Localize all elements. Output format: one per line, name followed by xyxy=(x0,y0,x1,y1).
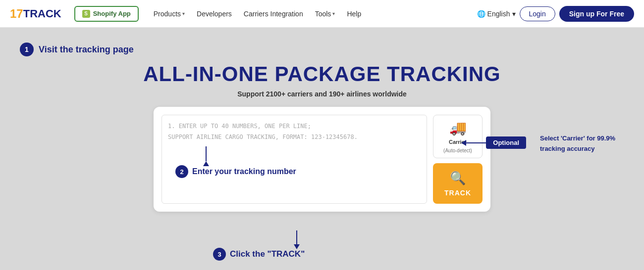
page-title: ALL-IN-ONE PACKAGE TRACKING xyxy=(20,62,624,86)
tracking-number-input[interactable]: 1. ENTER UP TO 40 NUMBERS, ONE PER LINE;… xyxy=(161,115,427,204)
track-btn-label: TRACK xyxy=(444,189,471,197)
globe-icon: 🌐 xyxy=(477,10,485,18)
optional-annotation: Optional xyxy=(461,136,526,149)
nav-right: 🌐 English ▾ Login Sign up For Free xyxy=(477,6,634,22)
optional-description: Select 'Carrier' for 99.9% tracking accu… xyxy=(540,134,619,154)
nav-developers[interactable]: Developers xyxy=(192,6,237,22)
nav-tools[interactable]: Tools ▾ xyxy=(310,6,340,22)
step-2-visit: 2 Enter your tracking number xyxy=(175,165,296,178)
optional-badge: Optional xyxy=(486,136,526,149)
chevron-down-icon: ▾ xyxy=(512,10,516,18)
step-2-label: Enter your tracking number xyxy=(192,167,296,176)
chevron-down-icon: ▾ xyxy=(332,11,335,16)
nav-links: Products ▾ Developers Carriers Integrati… xyxy=(149,6,472,22)
track-button[interactable]: 🔍 TRACK xyxy=(433,163,483,204)
shopify-btn-label: Shopify App xyxy=(93,10,131,17)
nav-help[interactable]: Help xyxy=(342,6,366,22)
step-3-badge: 3 xyxy=(213,248,226,261)
main-content: 1 Visit the tracking page ALL-IN-ONE PAC… xyxy=(0,28,644,222)
truck-icon: 🚚 xyxy=(449,120,467,136)
login-button[interactable]: Login xyxy=(520,6,555,21)
step-1-label: Visit the tracking page xyxy=(39,45,134,55)
step-2-arrow xyxy=(203,146,209,166)
step-3-visit: 3 Click the "TRACK" xyxy=(213,248,305,261)
step-3-arrow xyxy=(294,230,300,249)
shopify-app-button[interactable]: S Shopify App xyxy=(74,6,139,22)
logo-text: TRACK xyxy=(23,7,61,20)
nav-carriers[interactable]: Carriers Integration xyxy=(239,6,308,22)
nav-products[interactable]: Products ▾ xyxy=(149,6,190,22)
tracking-card: 1. ENTER UP TO 40 NUMBERS, ONE PER LINE;… xyxy=(154,107,490,212)
step-1-visit: 1 Visit the tracking page xyxy=(20,43,624,56)
language-selector[interactable]: 🌐 English ▾ xyxy=(477,10,516,18)
step-2-badge: 2 xyxy=(175,165,188,178)
search-icon: 🔍 xyxy=(450,171,466,186)
hero-subtitle: Support 2100+ carriers and 190+ airlines… xyxy=(20,90,624,98)
tracking-right: 🚚 Carrier (Auto-detect) 🔍 TRACK xyxy=(433,115,483,204)
optional-arrow xyxy=(461,140,486,146)
step-3-label: Click the "TRACK" xyxy=(230,249,305,259)
logo-number: 17 xyxy=(10,7,23,21)
shopify-icon: S xyxy=(82,10,90,18)
signup-button[interactable]: Sign up For Free xyxy=(559,6,634,22)
step-1-badge: 1 xyxy=(20,43,34,56)
navbar: 17 TRACK S Shopify App Products ▾ Develo… xyxy=(0,0,644,28)
logo[interactable]: 17 TRACK xyxy=(10,7,61,21)
chevron-down-icon: ▾ xyxy=(182,11,185,16)
